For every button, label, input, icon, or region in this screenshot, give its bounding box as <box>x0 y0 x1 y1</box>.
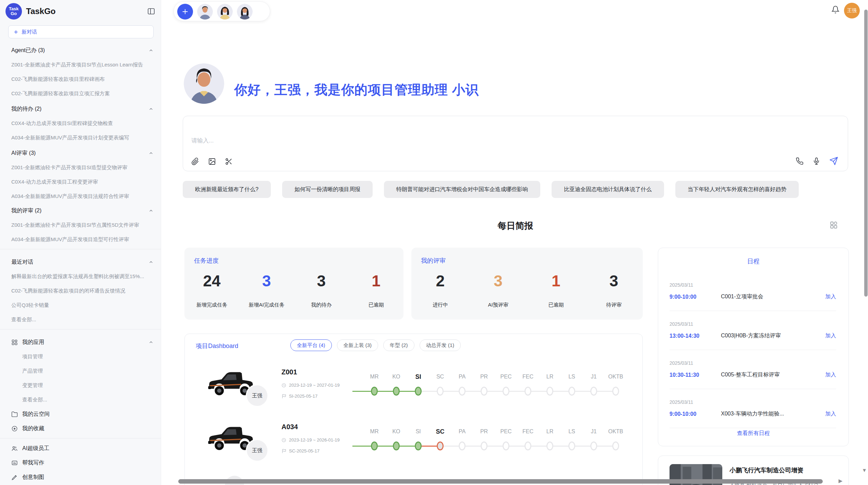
schedule-item: 2025/03/11 9:00-10:00 C001-立项审批会 加入 <box>670 272 836 311</box>
microphone-icon[interactable] <box>812 157 820 165</box>
taskgo-logo: Task Go <box>5 3 22 20</box>
task-progress-title: 任务进度 <box>194 257 219 265</box>
stat-label: AI预评审 <box>469 302 527 308</box>
join-button[interactable]: 加入 <box>825 293 836 300</box>
scroll-right-arrow[interactable]: ▶ <box>839 478 843 484</box>
stat-column: 24 新增完成任务 <box>184 272 239 308</box>
join-button[interactable]: 加入 <box>825 371 836 378</box>
view-all-schedule-link[interactable]: 查看所有日程 <box>658 430 848 437</box>
briefing-layout-icon[interactable] <box>830 221 838 229</box>
app-link[interactable]: 产品管理 <box>11 364 153 378</box>
phone-icon[interactable] <box>796 157 804 165</box>
sidebar-item-creative-draw[interactable]: 创意制图 <box>11 470 153 484</box>
schedule-title: 日程 <box>658 257 848 265</box>
project-owner-chip: 王强 <box>246 439 268 462</box>
join-button[interactable]: 加入 <box>825 410 836 418</box>
schedule-time: 9:00-10:00 <box>670 411 721 417</box>
join-button[interactable]: 加入 <box>825 332 836 339</box>
sidebar-task-item[interactable]: Z001-全新燃油皮卡产品开发项目SI节点Lesson Learn报告 <box>11 58 153 72</box>
project-row[interactable]: 王强 Z001 2023-12-19 ~ 2027-01-19 SI-2025-… <box>185 363 642 418</box>
dashboard-title: 项目Dashboard <box>196 342 238 350</box>
image-icon[interactable] <box>208 158 216 165</box>
app-link[interactable]: 变更管理 <box>11 378 153 393</box>
app-title: TaskGo <box>26 7 147 16</box>
stat-value: 2 <box>411 272 469 290</box>
recent-chat-item[interactable]: C02-飞腾新能源轻客改款项目的闭环通告反馈情况 <box>11 284 153 298</box>
milestone-dot <box>590 442 597 450</box>
section-title: 最近对话 <box>11 259 33 266</box>
team-member-avatar[interactable] <box>217 4 233 20</box>
sidebar: Task Go TaskGo 新对话 Agent已办 (3) Z001-全新燃油… <box>0 0 161 485</box>
sidebar-item-my-apps[interactable]: 我的应用 <box>11 335 153 349</box>
suggestion-chip[interactable]: 当下年轻人对汽车外观有怎样的喜好趋势 <box>675 181 799 198</box>
sidebar-task-item[interactable]: C02-飞腾新能源轻客改款项目立项汇报方案 <box>11 86 153 101</box>
logo-line1: Task <box>9 7 19 11</box>
sidebar-item-cloud-space[interactable]: 我的云空间 <box>11 407 153 421</box>
sidebar-task-item[interactable]: Z001-全新燃油轻卡产品开发项目SI造型提交物评审 <box>11 160 153 175</box>
milestone-date: SI-2025-05-17 <box>289 394 317 399</box>
chat-input[interactable] <box>191 137 671 144</box>
sidebar-item-ai-employee[interactable]: AI超级员工 <box>11 441 153 456</box>
schedule-date: 2025/03/11 <box>670 399 836 405</box>
sidebar-task-item[interactable]: A034-全新新能源MUV产品开发项目计划变更表编写 <box>11 130 153 145</box>
section-header-my-todo[interactable]: 我的待办 (2) <box>11 102 153 116</box>
plus-icon <box>13 29 19 35</box>
suggestion-chip[interactable]: 特朗普可能对进口汽车增税会对中国车企造成哪些影响 <box>384 181 540 198</box>
recent-chat-item[interactable]: 解释最新出台的欧盟报废车法规再生塑料比例被调至15%... <box>11 269 153 284</box>
sidebar-task-item[interactable]: C02-飞腾新能源轻客改款项目里程碑画布 <box>11 72 153 86</box>
vertical-scrollbar[interactable] <box>864 10 868 297</box>
notifications-bell-icon[interactable] <box>831 5 840 14</box>
suggestion-chip[interactable]: 欧洲新规最近颁布了什么? <box>183 181 271 198</box>
sidebar-collapse-icon[interactable] <box>147 7 155 15</box>
section-header-ai-review[interactable]: AI评审 (3) <box>11 146 153 160</box>
milestone-dot <box>371 387 378 396</box>
suggestion-chip[interactable]: 如何写一份清晰的项目周报 <box>282 181 373 198</box>
scroll-down-arrow[interactable]: ▼ <box>862 467 867 473</box>
cloud-space-label: 我的云空间 <box>22 411 50 418</box>
scissors-icon[interactable] <box>225 158 233 165</box>
section-title: 我的待办 (2) <box>11 105 41 113</box>
dashboard-tab[interactable]: 全新平台 (4) <box>290 339 332 351</box>
new-chat-button[interactable]: 新对话 <box>8 25 154 38</box>
add-member-button[interactable] <box>177 4 193 20</box>
daily-briefing-title: 每日简报 <box>183 220 848 232</box>
main-area: 王强 你好，王强，我是你的项目管理助理 小识 欧洲新规最近颁布了什么?如何写一份… <box>161 0 868 485</box>
recent-chat-item[interactable]: 查看全部... <box>11 312 153 327</box>
stat-value: 3 <box>585 272 643 290</box>
divider <box>0 438 161 438</box>
sidebar-task-item[interactable]: A034-全新新能源MUV产品开发项目造型可行性评审 <box>11 232 153 247</box>
app-link[interactable]: 项目管理 <box>11 349 153 364</box>
horizontal-scrollbar[interactable] <box>178 479 823 484</box>
section-header-recent-chats[interactable]: 最近对话 <box>11 255 153 269</box>
chevron-up-icon <box>149 260 153 264</box>
team-member-avatar[interactable] <box>197 4 213 20</box>
section-header-my-review[interactable]: 我的评审 (2) <box>11 203 153 218</box>
people-icon <box>11 445 18 452</box>
suggestion-chip[interactable]: 比亚迪全固态电池计划具体说了什么 <box>552 181 664 198</box>
sidebar-task-item[interactable]: Z001-全新燃油轻卡产品开发项目SI节点属性5D文件评审 <box>11 218 153 232</box>
stat-column: 1 已逾期 <box>349 272 403 308</box>
dashboard-tab[interactable]: 年型 (2) <box>383 339 414 351</box>
section-header-agent-done[interactable]: Agent已办 (3) <box>11 43 153 58</box>
project-dates: 2023-12-19 ~ 2027-01-19 <box>281 383 340 388</box>
recent-chat-item[interactable]: 公司Q3轻卡销量 <box>11 298 153 312</box>
stat-label: 已逾期 <box>349 302 403 308</box>
assistant-avatar <box>184 63 224 104</box>
sidebar-task-item[interactable]: A034-全新新能源MUV产品开发项目法规符合性评审 <box>11 189 153 203</box>
attachment-icon[interactable] <box>191 158 199 165</box>
dashboard-tab[interactable]: 全新上装 (3) <box>337 339 378 351</box>
pen-icon <box>11 474 18 481</box>
date-range: 2023-12-19 ~ 2027-01-19 <box>289 383 340 388</box>
send-icon[interactable] <box>829 157 838 165</box>
sidebar-item-help-write[interactable]: 帮我写作 <box>11 456 153 470</box>
dashboard-tab[interactable]: 动总开发 (1) <box>420 339 461 351</box>
project-row[interactable]: 王强 A034 2023-12-19 ~ 2026-01-19 SC-2025-… <box>185 418 642 472</box>
schedule-event-title: C001-立项审批会 <box>721 293 825 300</box>
app-link[interactable]: 查看全部... <box>11 393 153 407</box>
sidebar-task-item[interactable]: C0X4-动力总成开发项目工程变更评审 <box>11 175 153 189</box>
chevron-up-icon <box>149 340 153 345</box>
team-member-avatar[interactable] <box>237 4 253 20</box>
sidebar-item-favorites[interactable]: 我的收藏 <box>11 421 153 436</box>
sidebar-task-item[interactable]: C0X4-动力总成开发项目SI里程碑提交物检查 <box>11 116 153 130</box>
user-avatar[interactable]: 王强 <box>844 3 860 18</box>
